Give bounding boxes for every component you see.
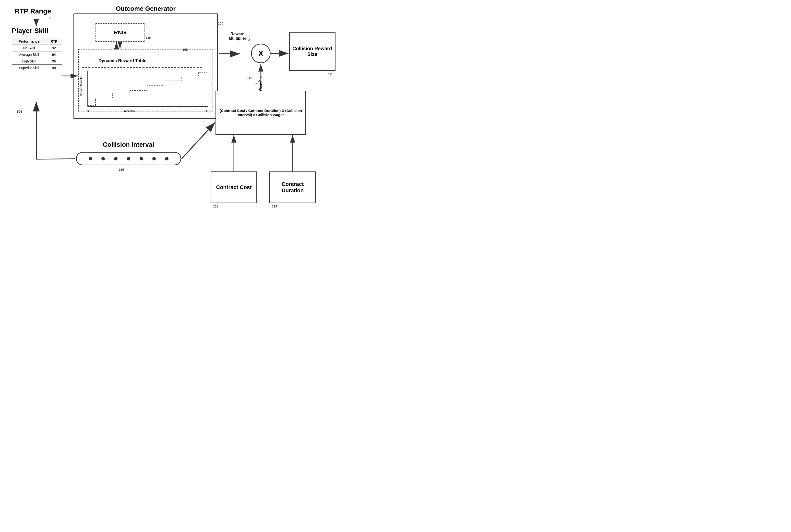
collision-dot: [114, 157, 118, 160]
ref-108: 108: [182, 48, 188, 52]
collision-dot: [152, 157, 156, 160]
collision-dot: [89, 157, 92, 160]
ref-120: 120: [328, 72, 333, 76]
skill-rtp: 98: [46, 65, 62, 71]
collision-dot: [127, 157, 130, 160]
col-header-rtp: RTP: [46, 38, 62, 45]
collision-dot: [165, 157, 169, 160]
chart-x-1: 1: [206, 110, 207, 112]
chart-x-axis-label: Probability: [122, 110, 135, 112]
skill-rtp: 92: [46, 45, 62, 52]
rng-box: RNG: [96, 23, 144, 42]
skill-table: Performance RTP No Skill 92 Average Skil…: [12, 38, 62, 71]
contract-cost-box: Contract Cost: [211, 171, 257, 203]
ref-112: 112: [213, 205, 218, 208]
col-header-performance: Performance: [12, 38, 46, 45]
player-skill-label: Player Skill: [12, 27, 48, 35]
svg-line-13: [36, 159, 75, 159]
ref-109: 109: [246, 38, 251, 42]
collision-interval-bar: [76, 152, 181, 165]
diagram-container: RTP Range 102 Player Skill Performance R…: [0, 0, 396, 266]
dynamic-reward-table-title: Dynamic Reward Table: [96, 58, 149, 63]
rtp-range-label: RTP Range: [15, 7, 51, 15]
skill-name: Average Skill: [12, 52, 46, 58]
ref-106: 106: [218, 22, 223, 25]
chart-x-0: 0: [88, 110, 89, 112]
table-row: Superior Skill 98: [12, 65, 62, 71]
skill-name: No Skill: [12, 45, 46, 52]
collision-dot: [101, 157, 105, 160]
wager-formula-box: (Contract Cost / Contract Duration) X (C…: [215, 91, 306, 135]
svg-line-10: [182, 122, 215, 159]
collision-interval-label: Collision Interval: [103, 141, 154, 148]
collision-dot: [140, 157, 143, 160]
outcome-generator-title: Outcome Generator: [74, 5, 218, 13]
chart-y-axis-label: Reward Multiplier: [80, 71, 84, 100]
ref-102: 102: [47, 16, 53, 20]
ref-114: 114: [272, 205, 277, 208]
skill-name: Superior Skill: [12, 65, 46, 71]
ref-118: 118: [247, 76, 252, 80]
skill-name: High Skill: [12, 58, 46, 65]
ref-110: 110: [146, 36, 151, 40]
table-row: High Skill 96: [12, 58, 62, 65]
skill-rtp: 94: [46, 52, 62, 58]
collision-reward-size-box: Collision Reward Size: [289, 32, 335, 71]
multiplier-circle: X: [251, 44, 271, 63]
skill-rtp: 96: [46, 58, 62, 65]
ref-104: 104: [17, 110, 22, 113]
table-row: Average Skill 94: [12, 52, 62, 58]
ref-116: 116: [119, 168, 124, 171]
contract-duration-box: Contract Duration: [269, 171, 316, 203]
table-row: No Skill 92: [12, 45, 62, 52]
